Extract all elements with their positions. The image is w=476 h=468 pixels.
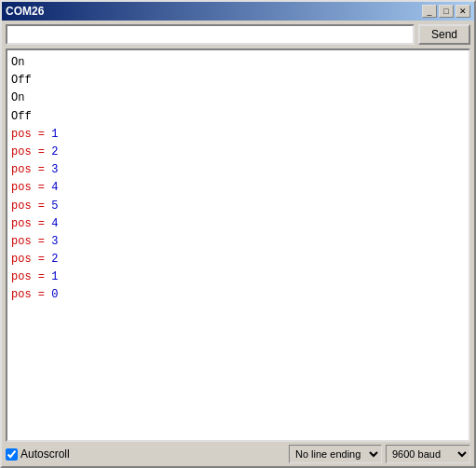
close-button[interactable]: ✕ xyxy=(456,5,470,18)
toolbar: Send xyxy=(2,21,474,48)
autoscroll-label[interactable]: Autoscroll xyxy=(6,447,70,461)
list-item: pos = 1 xyxy=(11,126,465,144)
list-item: On xyxy=(11,89,465,107)
send-button[interactable]: Send xyxy=(418,24,470,45)
line-ending-group: No line endingNewlineCarriage returnBoth… xyxy=(289,445,382,463)
autoscroll-text: Autoscroll xyxy=(20,447,70,461)
title-bar: COM26 _ □ ✕ xyxy=(2,2,474,21)
minimize-button[interactable]: _ xyxy=(422,5,437,18)
list-item: pos = 3 xyxy=(11,233,465,251)
window-title: COM26 xyxy=(6,5,44,18)
status-bar: Autoscroll No line endingNewlineCarriage… xyxy=(2,442,474,466)
list-item: pos = 4 xyxy=(11,215,465,233)
list-item: pos = 4 xyxy=(11,179,465,197)
baud-rate-group: 300 baud1200 baud2400 baud4800 baud9600 … xyxy=(386,445,470,463)
list-item: Off xyxy=(11,72,465,89)
list-item: pos = 3 xyxy=(11,161,465,179)
list-item: pos = 5 xyxy=(11,198,465,215)
list-item: pos = 0 xyxy=(11,286,465,304)
main-window: COM26 _ □ ✕ Send OnOffOnOffpos = 1pos = … xyxy=(0,0,476,468)
list-item: pos = 2 xyxy=(11,251,465,268)
list-item: On xyxy=(11,54,465,72)
list-item: pos = 1 xyxy=(11,268,465,286)
window-controls: _ □ ✕ xyxy=(422,5,470,18)
list-item: pos = 2 xyxy=(11,144,465,161)
maximize-button[interactable]: □ xyxy=(439,5,454,18)
serial-input[interactable] xyxy=(6,24,415,45)
console-output: OnOffOnOffpos = 1pos = 2pos = 3pos = 4po… xyxy=(6,48,470,442)
autoscroll-checkbox[interactable] xyxy=(6,448,18,461)
list-item: Off xyxy=(11,108,465,126)
line-ending-select[interactable]: No line endingNewlineCarriage returnBoth… xyxy=(289,445,382,463)
baud-rate-select[interactable]: 300 baud1200 baud2400 baud4800 baud9600 … xyxy=(386,445,470,463)
